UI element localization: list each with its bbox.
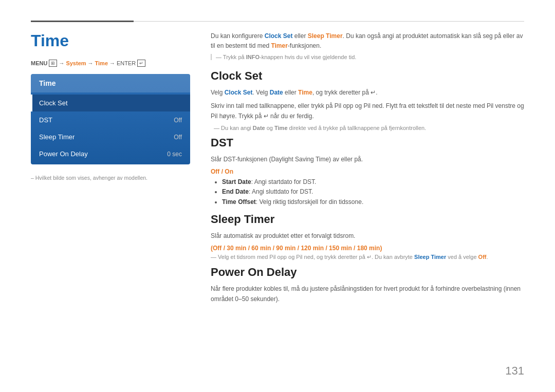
section-title-sleep-timer: Sleep Timer [211, 213, 524, 226]
menu-path: MENU ⊞ → System → Time → ENTER ↵ [31, 60, 190, 67]
menu-word: MENU [31, 60, 47, 66]
dst-bullet-list: Start Date: Angi startdato for DST. End … [211, 177, 524, 208]
tv-menu-item-label: DST [39, 116, 52, 124]
time-offset-label: Time Offset [222, 198, 256, 206]
tv-menu-item-label: Clock Set [39, 99, 68, 107]
tv-menu-item-sleep-timer[interactable]: Sleep Timer Off [31, 128, 190, 145]
intro-paragraph: Du kan konfigurere Clock Set eller Sleep… [211, 31, 524, 51]
enter-icon-inline2: ↵ [264, 113, 269, 120]
tv-menu-item-value: Off [174, 134, 182, 141]
dst-options: Off / On [211, 168, 524, 175]
dst-bullet-end-date: End Date: Angi sluttdato for DST. [222, 187, 524, 197]
menu-system: System [66, 60, 86, 66]
content-area: Time MENU ⊞ → System → Time → ENTER ↵ Ti… [31, 31, 524, 377]
page-number: 131 [505, 364, 524, 378]
top-divider [31, 21, 524, 22]
tv-menu-item-dst[interactable]: DST Off [31, 111, 190, 128]
tv-menu-items: Clock Set DST Off Sleep Timer Off Power … [31, 92, 190, 164]
intro-sleep-timer-link: Sleep Timer [308, 32, 343, 40]
power-on-delay-body: Når flere produkter kobles til, må du ju… [211, 284, 524, 305]
section-title-clock-set: Clock Set [211, 69, 524, 83]
time-note-link: Time [274, 125, 287, 131]
end-date-label: End Date [222, 188, 249, 195]
clock-set-link: Clock Set [225, 89, 253, 96]
time-link: Time [298, 89, 312, 96]
menu-enter-label: ENTER [117, 60, 136, 66]
right-column: Du kan konfigurere Clock Set eller Sleep… [211, 31, 524, 377]
page-title: Time [31, 31, 190, 50]
clock-set-note: Du kan angi Date og Time direkte ved å t… [211, 125, 524, 131]
enter-icon-inline: ↵ [371, 89, 376, 96]
tv-menu-item-value: Off [174, 117, 182, 124]
off-note-link: Off [478, 254, 487, 260]
intro-tip: Trykk på INFO-knappen hvis du vil vise g… [211, 54, 524, 60]
tv-menu-title: Time [31, 74, 190, 92]
menu-time: Time [95, 60, 108, 66]
intro-clock-set-link: Clock Set [265, 32, 293, 40]
sleep-timer-body: Slår automatisk av produktet etter et fo… [211, 231, 524, 241]
arrow-3: → [109, 60, 115, 66]
enter-icon: ↵ [137, 60, 145, 67]
divider-light [134, 21, 524, 22]
tv-menu-item-power-on-delay[interactable]: Power On Delay 0 sec [31, 145, 190, 162]
sleep-timer-tip: Velg et tidsrom med Pil opp og Pil ned, … [211, 254, 524, 260]
tv-menu-panel: Time Clock Set DST Off Sleep Timer Off [31, 74, 190, 164]
section-title-power-on-delay: Power On Delay [211, 266, 524, 279]
clock-set-body1: Velg Clock Set. Velg Date eller Time, og… [211, 88, 524, 98]
clock-set-body2: Skriv inn tall med tallknappene, eller t… [211, 101, 524, 122]
arrow-1: → [59, 60, 64, 66]
dst-bullet-start-date: Start Date: Angi startdato for DST. [222, 177, 524, 188]
section-title-dst: DST [211, 136, 524, 150]
tv-menu-item-clock-set[interactable]: Clock Set [31, 95, 190, 111]
dst-bullet-time-offset: Time Offset: Velg riktig tidsforskjell f… [222, 197, 524, 208]
sleep-timer-options: (Off / 30 min / 60 min / 90 min / 120 mi… [211, 245, 524, 252]
tv-menu-item-label: Sleep Timer [39, 133, 75, 141]
intro-timer-link: Timer [271, 42, 287, 49]
left-footnote: – Hvilket bilde som vises, avhenger av m… [31, 175, 190, 181]
divider-dark [31, 21, 134, 22]
enter-icon-sleep: ↵ [367, 254, 372, 260]
left-column: Time MENU ⊞ → System → Time → ENTER ↵ Ti… [31, 31, 190, 377]
page: Time MENU ⊞ → System → Time → ENTER ↵ Ti… [0, 0, 555, 392]
tv-menu-item-value: 0 sec [167, 151, 182, 158]
sleep-timer-note-link: Sleep Timer [414, 254, 446, 260]
arrow-2: → [88, 60, 94, 66]
date-link: Date [270, 89, 283, 96]
dst-body: Slår DST-funksjonen (Daylight Saving Tim… [211, 155, 524, 165]
date-note-link: Date [253, 125, 265, 131]
tv-menu-item-label: Power On Delay [39, 150, 88, 158]
menu-icon: ⊞ [49, 60, 57, 67]
start-date-label: Start Date [222, 178, 251, 185]
